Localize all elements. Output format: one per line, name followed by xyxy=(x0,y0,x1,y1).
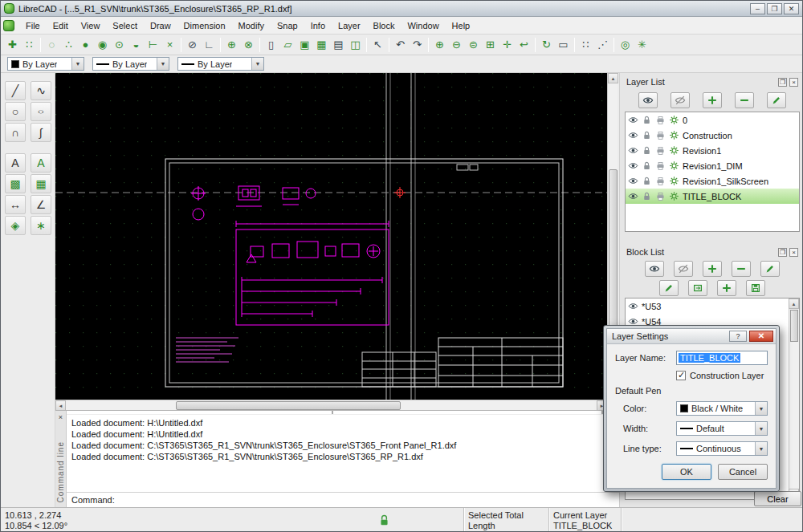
snap-grid-icon[interactable]: ∴ xyxy=(60,36,77,53)
float-panel-icon[interactable]: ❐ xyxy=(778,248,787,257)
color-combobox[interactable]: Black / White ▼ xyxy=(676,401,768,416)
snap-middle-icon[interactable]: ◒ xyxy=(128,36,145,53)
zoom-previous-icon[interactable]: ↩ xyxy=(516,36,532,53)
menu-help[interactable]: Help xyxy=(446,18,477,33)
layer-lock-icon[interactable] xyxy=(642,160,652,171)
modify-layer-button[interactable] xyxy=(767,92,786,108)
menu-block[interactable]: Block xyxy=(367,18,402,33)
layer-row[interactable]: Revision1_DIM xyxy=(626,158,799,173)
block-row[interactable]: *U53 xyxy=(626,298,799,314)
zoom-window-icon[interactable]: ⊞ xyxy=(482,36,499,53)
remove-block-button[interactable] xyxy=(732,261,751,277)
minimize-button[interactable]: – xyxy=(750,3,765,14)
selection-pointer-icon[interactable]: ↖ xyxy=(369,36,386,53)
layer-lock-icon[interactable] xyxy=(642,191,652,201)
snap-distance-icon[interactable]: ⊢ xyxy=(145,36,161,53)
layer-name-input[interactable]: TITLE_BLOCK xyxy=(676,351,768,365)
maximize-button[interactable]: ❐ xyxy=(767,3,782,14)
mtext-tool[interactable]: A xyxy=(31,153,51,173)
menu-edit[interactable]: Edit xyxy=(47,18,75,33)
layer-print-icon[interactable] xyxy=(655,145,666,156)
hatch-tool[interactable]: ▩ xyxy=(5,174,26,193)
lock-relative-zero-icon[interactable]: ⊕ xyxy=(223,36,240,53)
zoom-selected-icon[interactable]: ◎ xyxy=(617,36,634,53)
create-block-button[interactable] xyxy=(717,280,736,296)
close-button[interactable]: ✕ xyxy=(784,3,799,14)
layer-lock-icon[interactable] xyxy=(642,115,652,125)
linetype-combobox[interactable]: Continuous ▼ xyxy=(676,441,768,456)
menu-draw[interactable]: Draw xyxy=(144,18,177,33)
snap-free-icon[interactable]: ◌ xyxy=(43,36,60,53)
restrict-orthogonal-icon[interactable]: ∟ xyxy=(201,36,218,53)
close-icon[interactable]: × xyxy=(56,412,65,421)
toggle-block-visibility-button[interactable] xyxy=(645,261,664,277)
undo-icon[interactable]: ↶ xyxy=(392,36,409,53)
drawing-canvas[interactable] xyxy=(55,73,607,400)
layer-visibility-icon[interactable] xyxy=(628,115,638,125)
snap-endpoint-icon[interactable]: ● xyxy=(77,36,94,53)
width-combobox[interactable]: Default ▼ xyxy=(676,421,768,436)
pen-color-combobox[interactable]: By Layer ▼ xyxy=(7,57,84,71)
dialog-title-bar[interactable]: Layer Settings ? ✕ xyxy=(607,329,776,344)
layer-row[interactable]: TITLE_BLOCK xyxy=(626,189,799,204)
grid-dots-icon[interactable]: ∷ xyxy=(21,36,38,53)
redo-icon[interactable]: ↷ xyxy=(409,36,426,53)
edit-block-button[interactable] xyxy=(659,280,679,296)
pen-linetype-combobox[interactable]: By Layer ▼ xyxy=(177,57,264,71)
zoom-pan-icon[interactable]: ✛ xyxy=(499,36,516,53)
menu-view[interactable]: View xyxy=(75,18,107,33)
spline-tool[interactable]: ∫ xyxy=(31,123,51,142)
line-tool[interactable]: ╱ xyxy=(5,81,26,100)
menu-modify[interactable]: Modify xyxy=(232,18,271,33)
arc-tool[interactable]: ∩ xyxy=(5,123,26,142)
layer-visibility-icon[interactable] xyxy=(628,130,638,140)
menu-file[interactable]: File xyxy=(19,18,47,33)
horizontal-scrollbar[interactable]: ◄ ► xyxy=(55,400,607,410)
float-panel-icon[interactable]: ❐ xyxy=(778,78,787,87)
menu-info[interactable]: Info xyxy=(304,18,332,33)
layer-visibility-icon[interactable] xyxy=(628,176,638,186)
layer-visibility-icon[interactable] xyxy=(628,145,638,156)
zoom-auto-icon[interactable]: ⊜ xyxy=(465,36,482,53)
print-preview-icon[interactable]: ◫ xyxy=(347,36,364,53)
grid-toggle-icon[interactable]: ∷ xyxy=(577,36,594,53)
dialog-close-button[interactable]: ✕ xyxy=(749,331,773,342)
command-history[interactable]: Loaded document: H:\Untitled.dxfLoaded d… xyxy=(67,415,619,492)
title-bar[interactable]: LibreCAD - [...5_R1_SVN\trunk\ST365_Encl… xyxy=(1,1,802,17)
menu-snap[interactable]: Snap xyxy=(271,18,304,33)
draft-mode-icon[interactable]: ▭ xyxy=(555,36,572,53)
chevron-down-icon[interactable]: ▼ xyxy=(755,402,767,415)
add-layer-button[interactable] xyxy=(703,92,722,108)
dimension-tool[interactable]: ↔ xyxy=(5,195,26,214)
dialog-help-button[interactable]: ? xyxy=(729,331,747,342)
explode-tool[interactable]: ∗ xyxy=(31,216,51,235)
layer-list-header[interactable]: Layer List ❐ × xyxy=(625,75,800,89)
ellipse-tool[interactable]: ○ xyxy=(31,102,51,121)
block-list-header[interactable]: Block List ❐ × xyxy=(625,245,800,259)
pen-width-combobox[interactable]: By Layer ▼ xyxy=(92,57,169,71)
save-drawing-icon[interactable]: ▣ xyxy=(296,36,313,53)
scroll-up-icon[interactable]: ▲ xyxy=(608,73,618,83)
restrict-nothing-icon[interactable]: ⊘ xyxy=(184,36,201,53)
image-tool[interactable]: ▦ xyxy=(31,174,51,193)
snap-intersection-icon[interactable]: × xyxy=(161,36,178,53)
circle-tool[interactable]: ○ xyxy=(5,102,26,121)
save-all-icon[interactable]: ▦ xyxy=(313,36,330,53)
hide-all-blocks-button[interactable] xyxy=(674,261,693,277)
layer-print-icon[interactable] xyxy=(655,191,666,201)
command-panel-dock-strip[interactable]: × Command line xyxy=(55,411,67,507)
layer-print-icon[interactable] xyxy=(655,176,666,186)
save-block-button[interactable] xyxy=(746,280,765,296)
redraw-icon[interactable]: ↻ xyxy=(538,36,555,53)
menu-window[interactable]: Window xyxy=(401,18,445,33)
layer-row[interactable]: 0 xyxy=(626,112,799,128)
iso-grid-icon[interactable]: ⋰ xyxy=(594,36,611,53)
chevron-down-icon[interactable]: ▼ xyxy=(71,58,84,70)
clear-button[interactable]: Clear xyxy=(754,491,801,506)
menu-select[interactable]: Select xyxy=(106,18,144,33)
document-icon[interactable] xyxy=(3,20,14,31)
layer-visibility-icon[interactable] xyxy=(628,160,638,171)
chevron-down-icon[interactable]: ▼ xyxy=(251,58,263,70)
layer-lock-icon[interactable] xyxy=(642,145,652,156)
layer-print-icon[interactable] xyxy=(655,160,666,171)
